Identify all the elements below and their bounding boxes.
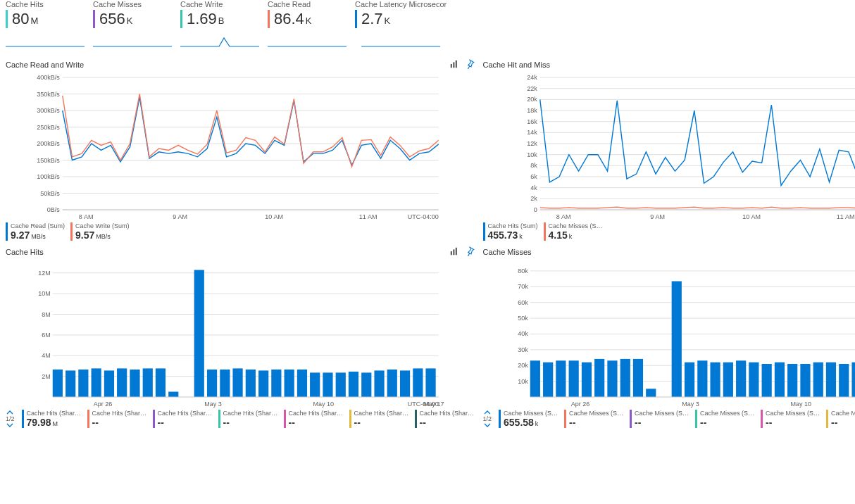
legend-value: 9.57MB/s	[75, 229, 129, 241]
legend-value: --	[635, 417, 689, 428]
metric-title: Cache Hits	[6, 0, 85, 8]
svg-rect-133	[543, 363, 553, 397]
svg-rect-104	[400, 370, 410, 397]
legend-item[interactable]: Cache Read (Sum) 9.27MB/s	[6, 222, 65, 241]
svg-rect-97	[310, 372, 320, 397]
svg-rect-150	[761, 364, 771, 397]
legend-label: Cache Read (Sum)	[11, 222, 65, 229]
legend-item[interactable]: Cache Misses (Shard ... --	[630, 410, 689, 428]
svg-rect-81	[104, 370, 114, 397]
metric-card[interactable]: Cache Read 86.4 K	[268, 0, 347, 51]
legend-item[interactable]: Cache Write (Sum) 9.57MB/s	[70, 222, 129, 241]
chart-header: Cache Read and Write	[6, 56, 475, 73]
svg-text:8 AM: 8 AM	[556, 213, 570, 220]
svg-rect-134	[556, 360, 566, 397]
svg-rect-100	[349, 372, 358, 397]
svg-rect-148	[736, 360, 746, 397]
legend-bar: 1/2 Cache Misses (Shard ... 655.58k Cach…	[483, 410, 855, 428]
legend-pager[interactable]: 1/2	[6, 410, 15, 428]
svg-text:200kB/s: 200kB/s	[37, 140, 60, 147]
metric-value-wrap: 1.69 B	[180, 10, 259, 28]
metric-unit: M	[30, 15, 38, 26]
legend-item[interactable]: Cache Hits (Shard 2)... --	[153, 410, 213, 428]
svg-text:0B/s: 0B/s	[47, 206, 61, 213]
svg-rect-147	[723, 363, 732, 397]
legend-item[interactable]: Cache Hits (Shard 3)... --	[218, 410, 278, 428]
svg-text:16k: 16k	[527, 118, 537, 125]
legend-item[interactable]: Cache Hits (Shard 5)... --	[349, 410, 409, 428]
svg-text:300kB/s: 300kB/s	[37, 107, 60, 114]
legend-item[interactable]: Cache Hits (Shard 6)... --	[415, 410, 475, 428]
metric-title: Cache Read	[268, 0, 347, 8]
legend-item[interactable]: Cache Hits (Shard 1)... --	[87, 410, 147, 428]
legend-value: --	[158, 417, 213, 428]
legend-label: Cache Hits (Shard 5)...	[354, 410, 409, 417]
legend-item[interactable]: Cache Misses (Shard ... 655.58k	[499, 410, 558, 428]
chart-body[interactable]: 0B/s50kB/s100kB/s150kB/s200kB/s250kB/s30…	[6, 73, 475, 221]
svg-rect-80	[92, 368, 101, 397]
svg-text:6M: 6M	[42, 332, 51, 339]
svg-rect-62	[450, 251, 451, 255]
legend-item[interactable]: Cache Misses (Shard ... --	[564, 410, 624, 428]
svg-rect-154	[813, 363, 823, 397]
svg-rect-149	[749, 363, 759, 397]
chart-panel-misses: Cache Misses 10k20k30k40k50k60k70k80kApr…	[483, 244, 855, 428]
svg-text:60k: 60k	[518, 299, 528, 306]
svg-rect-145	[697, 360, 707, 397]
svg-text:24k: 24k	[527, 74, 537, 81]
metric-value: 656	[99, 10, 125, 28]
svg-text:14k: 14k	[527, 129, 537, 136]
legend-label: Cache Misses (Shard ...	[831, 410, 855, 417]
legend-label: Cache Hits (Shard 0)...	[27, 410, 82, 417]
legend-item[interactable]: Cache Misses (Shard ... --	[826, 410, 855, 428]
svg-text:9 AM: 9 AM	[173, 213, 187, 220]
legend-value: --	[831, 417, 855, 428]
pin-icon[interactable]	[465, 59, 475, 70]
charts-grid: Cache Read and Write 0B/s50kB/s100kB/s15…	[0, 53, 855, 431]
pin-icon[interactable]	[465, 246, 475, 258]
svg-rect-106	[425, 368, 435, 397]
chart-header: Cache Misses	[483, 244, 855, 260]
legend-item[interactable]: Cache Hits (Shard 4)... --	[284, 410, 344, 428]
metrics-explorer-icon[interactable]	[449, 246, 459, 258]
svg-rect-137	[594, 359, 604, 397]
metric-title: Cache Latency Microsecor	[355, 0, 447, 8]
sparkline	[6, 32, 85, 51]
svg-text:30k: 30k	[518, 346, 528, 353]
svg-text:4k: 4k	[530, 184, 537, 191]
legend-item[interactable]: Cache Hits (Sum) 455.73k	[483, 222, 538, 241]
metric-card[interactable]: Cache Latency Microsecor 2.7 K	[355, 0, 447, 51]
svg-text:10 AM: 10 AM	[265, 213, 283, 220]
svg-text:Apr 26: Apr 26	[94, 401, 113, 408]
metrics-explorer-icon[interactable]	[449, 59, 459, 70]
legend-item[interactable]: Cache Misses (Shard ... --	[695, 410, 755, 428]
svg-rect-92	[246, 370, 256, 397]
metric-value: 86.4	[274, 10, 304, 28]
svg-text:12k: 12k	[527, 140, 537, 147]
legend-item[interactable]: Cache Misses (Sum) 4.15k	[544, 222, 604, 241]
svg-text:50k: 50k	[518, 315, 528, 322]
chart-body[interactable]: 2M4M6M8M10M12MApr 26May 3May 10May 17UTC…	[6, 260, 475, 408]
legend-pager[interactable]: 1/2	[483, 410, 492, 428]
sparkline	[180, 32, 259, 51]
legend-value: 9.27MB/s	[11, 229, 65, 241]
legend-label: Cache Hits (Shard 4)...	[289, 410, 344, 417]
metric-value-wrap: 86.4 K	[268, 10, 347, 28]
svg-rect-63	[453, 249, 454, 255]
metric-value: 2.7	[361, 10, 383, 28]
legend-value: 4.15k	[549, 229, 604, 241]
svg-rect-146	[710, 363, 720, 397]
legend-item[interactable]: Cache Misses (Shard ... --	[761, 410, 820, 428]
chart-body[interactable]: 10k20k30k40k50k60k70k80kApr 26May 3May 1…	[483, 260, 855, 408]
legend-item[interactable]: Cache Hits (Shard 0)... 79.98M	[22, 410, 82, 428]
legend-value: --	[766, 417, 820, 428]
legend-value: --	[700, 417, 755, 428]
metric-card[interactable]: Cache Hits 80 M	[6, 0, 85, 51]
svg-text:8M: 8M	[42, 311, 51, 318]
metric-card[interactable]: Cache Misses 656 K	[93, 0, 172, 51]
legend-label: Cache Hits (Sum)	[488, 222, 538, 229]
legend-value: --	[420, 417, 475, 428]
svg-text:Apr 26: Apr 26	[570, 401, 589, 408]
chart-body[interactable]: 02k4k6k8k10k12k14k16k18k20k22k24k8 AM9 A…	[483, 73, 855, 221]
metric-card[interactable]: Cache Write 1.69 B	[180, 0, 259, 51]
